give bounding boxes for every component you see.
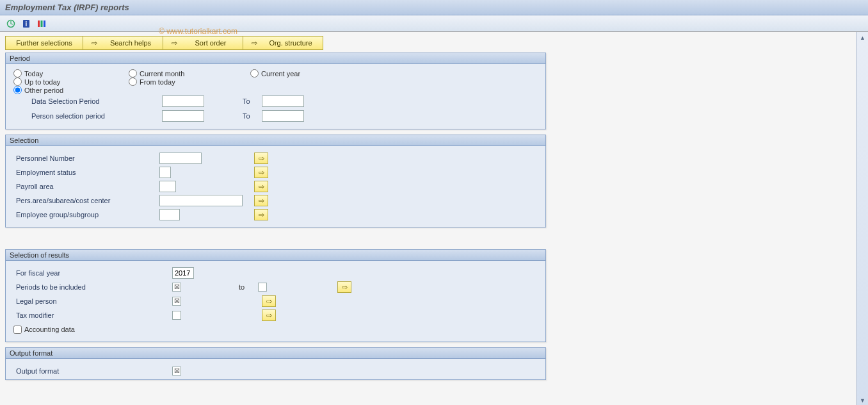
svg-rect-5	[44, 21, 45, 27]
to-label: To	[243, 112, 262, 120]
field-label: Periods to be included	[12, 283, 172, 291]
radio-current-month[interactable]: Current month	[127, 69, 249, 78]
field-label: Tax modifier	[12, 311, 172, 319]
button-label: Further selections	[12, 39, 76, 47]
selection-group: Selection Personnel Number ⇨ Employment …	[5, 135, 546, 227]
further-selections-button[interactable]: Further selections	[5, 36, 83, 50]
field-label: Data Selection Period	[28, 97, 162, 105]
button-label: Org. structure	[265, 39, 316, 47]
field-label: Output format	[12, 367, 172, 375]
fiscal-year-input[interactable]	[172, 267, 194, 279]
nav-button-row: Further selections ⇨ Search helps ⇨ Sort…	[5, 36, 851, 50]
vertical-scrollbar[interactable]: ▲ ▼	[856, 32, 868, 405]
svg-rect-3	[38, 21, 40, 27]
multiple-selection-button[interactable]: ⇨	[254, 181, 268, 192]
field-label: Person selection period	[28, 112, 162, 120]
periods-to-checkbox[interactable]	[258, 283, 267, 292]
scroll-up-icon[interactable]: ▲	[858, 33, 867, 42]
periods-from-checkbox[interactable]: ☒	[172, 283, 181, 292]
content-area: Further selections ⇨ Search helps ⇨ Sort…	[0, 32, 856, 405]
window-title: Employment Tax (IRPF) reports	[0, 0, 868, 15]
group-title: Selection	[6, 135, 545, 146]
group-title: Period	[6, 53, 545, 64]
execute-icon[interactable]	[5, 18, 17, 29]
field-label: Employment status	[12, 169, 159, 176]
button-label: Sort order	[185, 39, 236, 47]
radio-label: Current year	[261, 70, 300, 78]
multiple-selection-button[interactable]: ⇨	[254, 209, 268, 220]
svg-text:i: i	[26, 21, 28, 28]
radio-from-today[interactable]: From today	[127, 78, 249, 86]
sort-order-button[interactable]: ⇨ Sort order	[163, 36, 243, 50]
person-selection-period-to[interactable]	[262, 110, 304, 122]
tax-modifier-checkbox[interactable]	[172, 311, 181, 320]
svg-rect-4	[41, 21, 43, 27]
radio-current-year[interactable]: Current year	[249, 69, 364, 78]
arrow-right-icon: ⇨	[90, 39, 99, 47]
radio-label: From today	[140, 78, 175, 86]
employment-status-input[interactable]	[159, 167, 171, 178]
radio-today[interactable]: Today	[12, 69, 127, 78]
multiple-selection-button[interactable]: ⇨	[254, 195, 268, 206]
field-label: Personnel Number	[12, 154, 159, 162]
accounting-data-checkbox[interactable]: Accounting data	[12, 326, 75, 334]
scroll-down-icon[interactable]: ▼	[858, 396, 867, 405]
radio-label: Up to today	[24, 78, 60, 86]
radio-label: Current month	[140, 70, 184, 78]
field-label: Employee group/subgroup	[12, 211, 159, 219]
output-format-group: Output format Output format ☒	[5, 347, 546, 380]
period-group: Period Today Current month Current year …	[5, 53, 546, 129]
pers-area-input[interactable]	[159, 195, 243, 206]
field-label: Pers.area/subarea/cost center	[12, 197, 159, 204]
info-icon[interactable]: i	[20, 18, 32, 29]
radio-label: Today	[24, 70, 43, 78]
personnel-number-input[interactable]	[159, 153, 202, 164]
legal-person-checkbox[interactable]: ☒	[172, 297, 181, 306]
group-title: Output format	[6, 348, 545, 359]
to-label: to	[239, 283, 258, 291]
multiple-selection-button[interactable]: ⇨	[254, 167, 268, 178]
group-title: Selection of results	[6, 250, 545, 261]
radio-up-to-today[interactable]: Up to today	[12, 78, 127, 86]
payroll-area-input[interactable]	[159, 181, 176, 192]
to-label: To	[243, 97, 262, 105]
data-selection-period-to[interactable]	[262, 95, 304, 107]
arrow-right-icon: ⇨	[250, 39, 259, 47]
color-legend-icon[interactable]	[36, 18, 47, 29]
output-format-checkbox[interactable]: ☒	[172, 367, 181, 376]
checkbox-label: Accounting data	[24, 326, 75, 333]
multiple-selection-button[interactable]: ⇨	[337, 281, 351, 293]
multiple-selection-button[interactable]: ⇨	[262, 295, 276, 307]
arrow-right-icon: ⇨	[170, 39, 179, 47]
employee-group-input[interactable]	[159, 209, 180, 220]
data-selection-period-from[interactable]	[162, 95, 204, 107]
person-selection-period-from[interactable]	[162, 110, 204, 122]
button-label: Search helps	[105, 39, 156, 47]
field-label: Payroll area	[12, 183, 159, 190]
field-label: For fiscal year	[12, 269, 172, 277]
app-toolbar: i	[0, 15, 868, 32]
search-helps-button[interactable]: ⇨ Search helps	[83, 36, 163, 50]
multiple-selection-button[interactable]: ⇨	[254, 153, 268, 164]
radio-label: Other period	[24, 87, 63, 94]
multiple-selection-button[interactable]: ⇨	[262, 310, 276, 321]
field-label: Legal person	[12, 297, 172, 305]
selection-of-results-group: Selection of results For fiscal year Per…	[5, 249, 546, 342]
radio-other-period[interactable]: Other period	[12, 86, 127, 94]
org-structure-button[interactable]: ⇨ Org. structure	[243, 36, 323, 50]
